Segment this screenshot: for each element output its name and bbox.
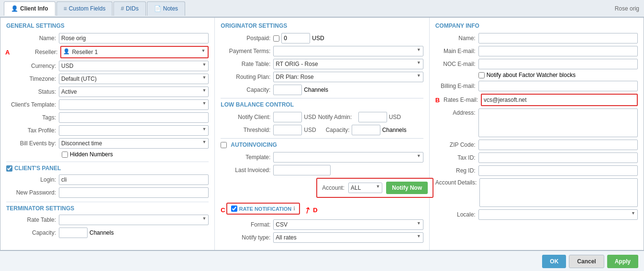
status-select-wrapper: Active (59, 87, 209, 97)
payment-terms-select[interactable] (273, 46, 423, 56)
threshold-group: USD Capacity: Channels (273, 125, 406, 135)
orig-rate-table-wrapper: RT ORIG - Rose (273, 59, 423, 69)
status-select[interactable]: Active (59, 87, 209, 97)
b-badge: B (435, 97, 440, 104)
threshold-label: Threshold: (221, 127, 273, 133)
factor-watcher-checkbox[interactable] (478, 72, 485, 78)
name-row: Name: (6, 33, 209, 43)
orig-capacity-group: Channels (273, 85, 423, 95)
clients-panel-title: CLIENT'S PANEL (6, 162, 209, 172)
company-info-col: COMPANY INFO Name: Main E-mail: NOC E-ma… (430, 18, 644, 250)
threshold-input[interactable] (273, 125, 302, 135)
clients-panel-checkbox[interactable] (6, 165, 12, 172)
main-email-label: Main E-mail: (435, 48, 478, 54)
tab-notes-label: Notes (163, 5, 178, 12)
login-input[interactable] (59, 174, 209, 185)
notify-now-button[interactable]: Notify Now (386, 182, 428, 194)
zip-input[interactable] (478, 140, 638, 150)
term-capacity-row: Capacity: Channels (6, 228, 209, 238)
c-badge: C (221, 206, 225, 214)
format-select[interactable]: CSV (273, 219, 423, 230)
timezone-label: Timezone: (6, 76, 59, 82)
general-settings-col: GENERAL SETTINGS Name: A Reseller: 👤 Res… (0, 18, 215, 250)
bill-events-select[interactable]: Disconnect time (59, 138, 209, 149)
term-capacity-group: Channels (59, 228, 209, 238)
timezone-select[interactable]: Default (UTC) (59, 74, 209, 84)
capacity2-label: Capacity: (326, 127, 350, 133)
currency-select[interactable]: USD (59, 61, 209, 71)
password-input[interactable] (59, 187, 209, 198)
rates-email-wrapper (481, 94, 638, 106)
noc-email-label: NOC E-mail: (435, 61, 478, 67)
tab-client-info[interactable]: 👤 Client Info (4, 1, 56, 16)
notify-admin-input[interactable] (358, 112, 387, 122)
notify-client-row: Notify Client: USD Notify Admin: USD (221, 112, 423, 122)
tax-id-input[interactable] (478, 152, 638, 163)
a-badge: A (5, 49, 10, 56)
term-capacity-input[interactable] (59, 228, 88, 238)
name-input[interactable] (59, 33, 209, 43)
account-label: Account: (322, 184, 344, 191)
autoinvoicing-title: AUTOINVOICING (221, 141, 423, 148)
tax-profile-row: Tax Profile: (6, 125, 209, 136)
reg-id-input[interactable] (478, 165, 638, 176)
general-settings-title: GENERAL SETTINGS (6, 22, 209, 29)
tax-profile-select[interactable] (59, 125, 209, 136)
tab-dids[interactable]: # DIDs (113, 1, 145, 16)
autoinvoicing-checkbox[interactable] (221, 142, 227, 148)
term-rate-table-select[interactable] (59, 215, 209, 225)
threshold-row: Threshold: USD Capacity: Channels (221, 125, 423, 135)
template-row: Template: (221, 152, 423, 163)
locale-select[interactable] (478, 209, 638, 220)
account-details-textarea[interactable] (479, 178, 638, 207)
tags-input[interactable] (59, 112, 209, 123)
capacity2-input[interactable] (352, 125, 380, 135)
rate-notification-checkbox[interactable] (231, 206, 237, 212)
payment-terms-label: Payment Terms: (221, 48, 273, 54)
hidden-numbers-checkbox[interactable] (62, 152, 68, 158)
notes-icon: 📄 (154, 5, 161, 12)
main-email-row: Main E-mail: (435, 46, 638, 56)
billing-email-row: Billing E-mail: (435, 81, 638, 91)
cancel-button[interactable]: Cancel (569, 255, 604, 268)
address-textarea[interactable] (478, 108, 638, 137)
billing-email-input[interactable] (478, 81, 638, 91)
format-row: Format: CSV (221, 219, 423, 230)
routing-plan-select[interactable]: DR Plan: Rose (273, 72, 423, 82)
postpaid-checkbox[interactable] (273, 35, 279, 42)
notify-type-wrapper: All rates (273, 232, 423, 243)
format-select-wrapper: CSV (273, 219, 423, 230)
factor-watcher-label: Notify about Factor Watcher blocks (487, 72, 576, 78)
account-select[interactable]: ALL (348, 183, 382, 193)
postpaid-group: USD (273, 33, 423, 43)
notify-type-select[interactable]: All rates (273, 232, 423, 243)
terminator-section: TERMINATOR SETTINGS Rate Table: Capacity… (6, 202, 209, 238)
client-template-select[interactable] (59, 99, 209, 110)
template-select[interactable] (273, 152, 423, 163)
ok-button[interactable]: OK (542, 255, 566, 268)
password-row: New Password: (6, 187, 209, 198)
tab-dids-label: DIDs (126, 5, 139, 12)
hash-icon: # (121, 5, 124, 12)
tab-custom-fields[interactable]: ≡ Custom Fields (56, 1, 113, 16)
main-email-input[interactable] (478, 46, 638, 56)
noc-email-input[interactable] (478, 59, 638, 69)
orig-capacity-input[interactable] (273, 85, 302, 95)
notify-client-input[interactable] (273, 112, 302, 122)
locale-label: Locale: (435, 211, 478, 218)
apply-button[interactable]: Apply (607, 255, 638, 268)
tax-profile-select-wrapper (59, 125, 209, 136)
last-invoiced-input[interactable] (273, 165, 331, 175)
postpaid-input[interactable] (281, 33, 310, 43)
orig-rate-table-select[interactable]: RT ORIG - Rose (273, 59, 423, 69)
last-invoiced-label: Last Invoiced: (221, 167, 273, 173)
terminator-title: TERMINATOR SETTINGS (6, 202, 209, 212)
tax-id-label: Tax ID: (435, 154, 478, 161)
tab-notes[interactable]: 📄 Notes (147, 1, 185, 16)
term-capacity-label: Capacity: (6, 229, 59, 236)
rates-email-row: B Rates E-mail: (435, 94, 638, 106)
tab-client-info-label: Client Info (20, 5, 48, 12)
company-name-input[interactable] (478, 33, 638, 43)
reseller-select[interactable]: Reseller 1 (61, 47, 208, 57)
rates-email-input[interactable] (482, 95, 637, 105)
